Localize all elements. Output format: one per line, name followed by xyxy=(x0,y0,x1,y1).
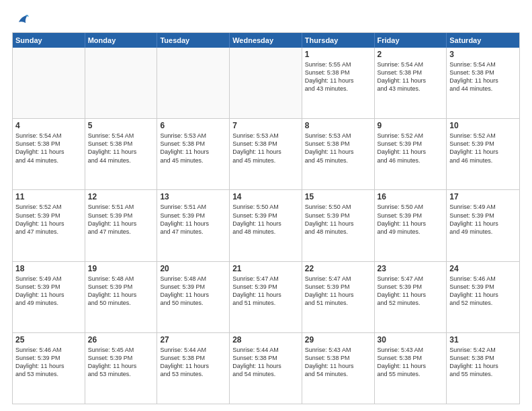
day-number: 16 xyxy=(378,192,444,201)
calendar-row-1: 1Sunrise: 5:55 AMSunset: 5:38 PMDaylight… xyxy=(13,48,519,119)
header-day-thursday: Thursday xyxy=(302,33,375,48)
day-info: Sunrise: 5:52 AMSunset: 5:39 PMDaylight:… xyxy=(15,203,82,236)
day-number: 29 xyxy=(305,335,371,345)
day-cell-15: 15Sunrise: 5:50 AMSunset: 5:39 PMDayligh… xyxy=(302,190,375,261)
day-info: Sunrise: 5:53 AMSunset: 5:38 PMDaylight:… xyxy=(232,132,299,165)
day-info: Sunrise: 5:54 AMSunset: 5:38 PMDaylight:… xyxy=(378,60,444,93)
day-info: Sunrise: 5:49 AMSunset: 5:39 PMDaylight:… xyxy=(15,275,82,308)
day-number: 7 xyxy=(232,121,299,130)
day-number: 27 xyxy=(160,335,226,345)
day-cell-1: 1Sunrise: 5:55 AMSunset: 5:38 PMDaylight… xyxy=(302,48,375,118)
day-info: Sunrise: 5:47 AMSunset: 5:39 PMDaylight:… xyxy=(232,275,299,308)
day-number: 6 xyxy=(160,121,226,130)
day-info: Sunrise: 5:43 AMSunset: 5:38 PMDaylight:… xyxy=(305,346,371,379)
day-cell-27: 27Sunrise: 5:44 AMSunset: 5:38 PMDayligh… xyxy=(157,333,230,404)
day-number: 22 xyxy=(305,264,371,273)
day-cell-21: 21Sunrise: 5:47 AMSunset: 5:39 PMDayligh… xyxy=(230,262,302,332)
day-cell-10: 10Sunrise: 5:52 AMSunset: 5:39 PMDayligh… xyxy=(447,119,519,189)
day-number: 17 xyxy=(449,192,517,201)
day-cell-9: 9Sunrise: 5:52 AMSunset: 5:39 PMDaylight… xyxy=(375,119,447,189)
page: SundayMondayTuesdayWednesdayThursdayFrid… xyxy=(0,0,532,411)
day-number: 19 xyxy=(88,264,154,273)
day-info: Sunrise: 5:45 AMSunset: 5:39 PMDaylight:… xyxy=(88,346,154,379)
day-info: Sunrise: 5:46 AMSunset: 5:39 PMDaylight:… xyxy=(449,275,517,308)
day-number: 2 xyxy=(378,50,444,59)
day-info: Sunrise: 5:42 AMSunset: 5:38 PMDaylight:… xyxy=(449,346,517,379)
day-info: Sunrise: 5:44 AMSunset: 5:38 PMDaylight:… xyxy=(232,346,299,379)
day-cell-22: 22Sunrise: 5:47 AMSunset: 5:39 PMDayligh… xyxy=(302,262,375,332)
day-number: 1 xyxy=(305,50,371,59)
day-number: 30 xyxy=(378,335,444,345)
day-info: Sunrise: 5:51 AMSunset: 5:39 PMDaylight:… xyxy=(160,203,226,236)
day-cell-31: 31Sunrise: 5:42 AMSunset: 5:38 PMDayligh… xyxy=(447,333,519,404)
day-info: Sunrise: 5:47 AMSunset: 5:39 PMDaylight:… xyxy=(378,275,444,308)
day-info: Sunrise: 5:49 AMSunset: 5:39 PMDaylight:… xyxy=(449,203,517,236)
day-cell-11: 11Sunrise: 5:52 AMSunset: 5:39 PMDayligh… xyxy=(13,190,85,261)
day-cell-14: 14Sunrise: 5:50 AMSunset: 5:39 PMDayligh… xyxy=(230,190,302,261)
day-info: Sunrise: 5:53 AMSunset: 5:38 PMDaylight:… xyxy=(160,132,226,165)
day-number: 10 xyxy=(449,121,517,130)
day-number: 28 xyxy=(232,335,299,345)
day-cell-24: 24Sunrise: 5:46 AMSunset: 5:39 PMDayligh… xyxy=(447,262,519,332)
day-cell-30: 30Sunrise: 5:43 AMSunset: 5:38 PMDayligh… xyxy=(375,333,447,404)
day-cell-5: 5Sunrise: 5:54 AMSunset: 5:38 PMDaylight… xyxy=(85,119,158,189)
day-cell-12: 12Sunrise: 5:51 AMSunset: 5:39 PMDayligh… xyxy=(85,190,158,261)
day-number: 13 xyxy=(160,192,226,201)
header-day-sunday: Sunday xyxy=(13,33,85,48)
day-cell-16: 16Sunrise: 5:50 AMSunset: 5:39 PMDayligh… xyxy=(375,190,447,261)
day-cell-26: 26Sunrise: 5:45 AMSunset: 5:39 PMDayligh… xyxy=(85,333,158,404)
header-day-monday: Monday xyxy=(85,33,158,48)
day-info: Sunrise: 5:46 AMSunset: 5:39 PMDaylight:… xyxy=(15,346,82,379)
day-cell-2: 2Sunrise: 5:54 AMSunset: 5:38 PMDaylight… xyxy=(375,48,447,118)
day-number: 24 xyxy=(449,264,517,273)
calendar-row-5: 25Sunrise: 5:46 AMSunset: 5:39 PMDayligh… xyxy=(13,333,519,404)
empty-cell xyxy=(230,48,302,118)
day-info: Sunrise: 5:48 AMSunset: 5:39 PMDaylight:… xyxy=(160,275,226,308)
day-number: 21 xyxy=(232,264,299,273)
day-info: Sunrise: 5:43 AMSunset: 5:38 PMDaylight:… xyxy=(378,346,444,379)
day-cell-13: 13Sunrise: 5:51 AMSunset: 5:39 PMDayligh… xyxy=(157,190,230,261)
day-cell-29: 29Sunrise: 5:43 AMSunset: 5:38 PMDayligh… xyxy=(302,333,375,404)
day-info: Sunrise: 5:54 AMSunset: 5:38 PMDaylight:… xyxy=(88,132,154,165)
day-number: 5 xyxy=(88,121,154,130)
day-info: Sunrise: 5:44 AMSunset: 5:38 PMDaylight:… xyxy=(160,346,226,379)
day-number: 18 xyxy=(15,264,82,273)
header-day-saturday: Saturday xyxy=(447,33,519,48)
empty-cell xyxy=(85,48,158,118)
day-info: Sunrise: 5:50 AMSunset: 5:39 PMDaylight:… xyxy=(378,203,444,236)
header-day-wednesday: Wednesday xyxy=(230,33,302,48)
day-number: 14 xyxy=(232,192,299,201)
header-day-tuesday: Tuesday xyxy=(157,33,230,48)
day-cell-3: 3Sunrise: 5:54 AMSunset: 5:38 PMDaylight… xyxy=(447,48,519,118)
calendar-row-4: 18Sunrise: 5:49 AMSunset: 5:39 PMDayligh… xyxy=(13,262,519,333)
day-cell-28: 28Sunrise: 5:44 AMSunset: 5:38 PMDayligh… xyxy=(230,333,302,404)
day-info: Sunrise: 5:54 AMSunset: 5:38 PMDaylight:… xyxy=(449,60,517,93)
day-info: Sunrise: 5:55 AMSunset: 5:38 PMDaylight:… xyxy=(305,60,371,93)
day-cell-17: 17Sunrise: 5:49 AMSunset: 5:39 PMDayligh… xyxy=(447,190,519,261)
calendar-header: SundayMondayTuesdayWednesdayThursdayFrid… xyxy=(13,33,519,48)
day-number: 20 xyxy=(160,264,226,273)
empty-cell xyxy=(157,48,230,118)
day-cell-20: 20Sunrise: 5:48 AMSunset: 5:39 PMDayligh… xyxy=(157,262,230,332)
header-day-friday: Friday xyxy=(375,33,447,48)
calendar: SundayMondayTuesdayWednesdayThursdayFrid… xyxy=(12,32,520,404)
day-number: 15 xyxy=(305,192,371,201)
day-cell-25: 25Sunrise: 5:46 AMSunset: 5:39 PMDayligh… xyxy=(13,333,85,404)
day-number: 3 xyxy=(449,50,517,59)
day-info: Sunrise: 5:51 AMSunset: 5:39 PMDaylight:… xyxy=(88,203,154,236)
day-number: 25 xyxy=(15,335,82,345)
day-number: 12 xyxy=(88,192,154,201)
day-info: Sunrise: 5:47 AMSunset: 5:39 PMDaylight:… xyxy=(305,275,371,308)
day-info: Sunrise: 5:48 AMSunset: 5:39 PMDaylight:… xyxy=(88,275,154,308)
day-info: Sunrise: 5:54 AMSunset: 5:38 PMDaylight:… xyxy=(15,132,82,165)
day-number: 9 xyxy=(378,121,444,130)
empty-cell xyxy=(13,48,85,118)
header xyxy=(12,12,520,27)
day-cell-4: 4Sunrise: 5:54 AMSunset: 5:38 PMDaylight… xyxy=(13,119,85,189)
day-number: 31 xyxy=(449,335,517,345)
day-cell-18: 18Sunrise: 5:49 AMSunset: 5:39 PMDayligh… xyxy=(13,262,85,332)
calendar-row-3: 11Sunrise: 5:52 AMSunset: 5:39 PMDayligh… xyxy=(13,190,519,261)
day-number: 8 xyxy=(305,121,371,130)
logo xyxy=(12,12,31,27)
logo-bird-icon xyxy=(15,12,30,27)
